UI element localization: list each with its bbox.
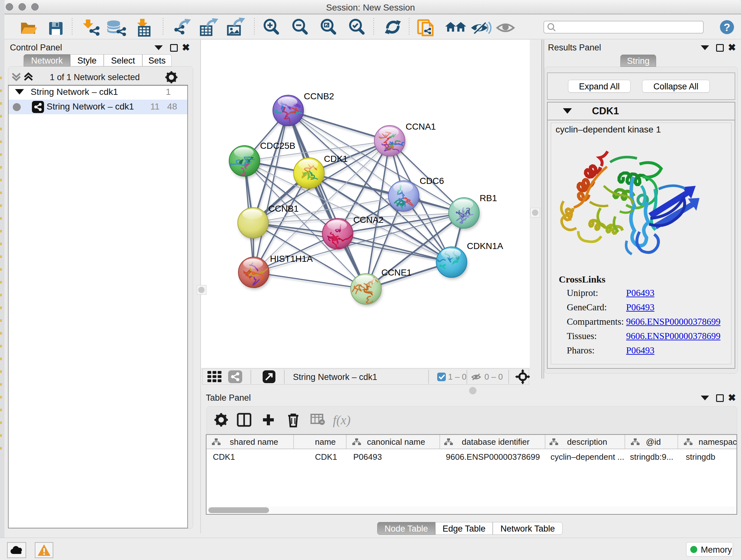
svg-text:CCNB1: CCNB1 [268,204,299,213]
svg-text:canonical name: canonical name [367,437,425,447]
svg-text:1 – 0: 1 – 0 [448,372,467,381]
svg-text:RB1: RB1 [480,193,497,203]
svg-text:CCNA2: CCNA2 [353,215,384,225]
svg-text:cyclin–dependent ...: cyclin–dependent ... [550,452,624,462]
svg-text:stringdb:9...: stringdb:9... [630,452,673,462]
svg-text:1 of 1 Network selected: 1 of 1 Network selected [50,72,140,82]
svg-text:shared name: shared name [230,437,278,447]
svg-text:HIST1H1A: HIST1H1A [270,254,313,264]
svg-text:CDKN1A: CDKN1A [467,241,503,251]
svg-text:@id: @id [646,437,661,447]
svg-text:CCNA1: CCNA1 [406,122,436,132]
svg-text:description: description [567,437,607,447]
svg-text:?: ? [724,21,731,33]
svg-text:namespac: namespac [698,437,737,447]
svg-text:f(x): f(x) [333,413,351,427]
svg-text:stringdb: stringdb [686,452,716,462]
svg-text:CDK1: CDK1 [213,452,235,462]
svg-text:CCNB2: CCNB2 [304,91,334,101]
svg-text:CDC6: CDC6 [420,176,444,186]
svg-text:CDK1: CDK1 [315,452,337,462]
svg-text:CDC25B: CDC25B [260,141,295,151]
svg-text:0 – 0: 0 – 0 [484,372,503,381]
svg-text:CDK1: CDK1 [324,154,348,164]
svg-text:CCNE1: CCNE1 [381,267,412,277]
svg-text:P06493: P06493 [353,452,382,462]
svg-text:name: name [315,437,336,447]
svg-text:9606.ENSP00000378699: 9606.ENSP00000378699 [446,452,540,462]
svg-text:String Network – cdk1: String Network – cdk1 [293,372,377,382]
svg-text:database identifier: database identifier [462,437,530,447]
